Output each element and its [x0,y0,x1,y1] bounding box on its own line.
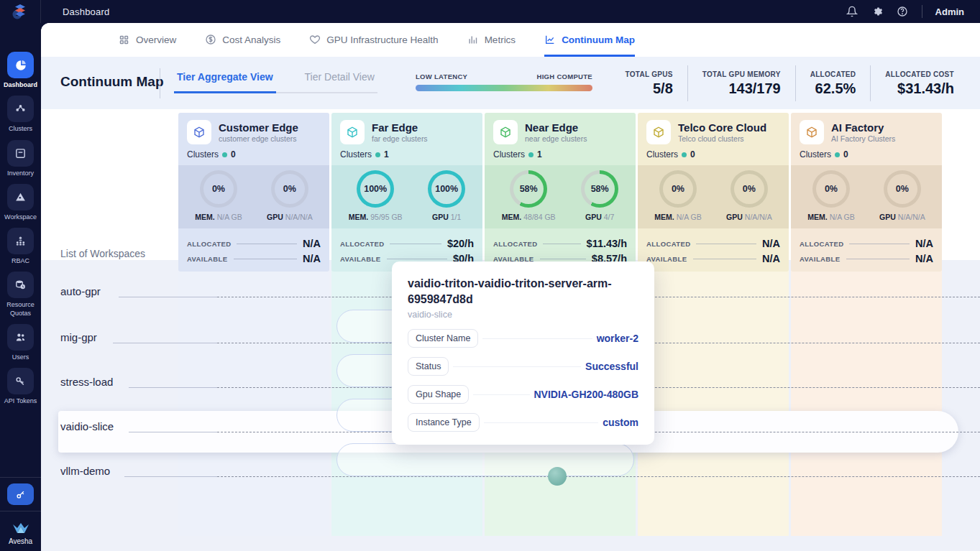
continuum-map-chart-icon [544,34,556,45]
cluster-status-dot [528,152,533,157]
metrics-bars-icon [467,34,479,45]
top-navbar: Dashboard Admin [0,0,980,23]
allocated-row: ALLOCATEDN/A [187,238,321,249]
navbar-divider [922,5,922,18]
resource-quotas-icon [7,272,34,298]
dashboard-tabs: Overview Cost Analysis GPU Infrastructur… [41,23,980,57]
tab-tier-detail-view[interactable]: Tier Detail View [302,71,377,93]
tier-card-near-edge[interactable]: Near Edgenear edge clusters Clusters1 58… [485,113,636,272]
allocated-row: ALLOCATEDN/A [800,238,933,249]
stat-total-gpus: TOTAL GPUS 5/8 [610,65,687,101]
mem-usage-gauge: 0% [200,170,237,208]
link-key-icon [15,489,26,500]
mem-usage-gauge: 100% [357,170,394,208]
tier-card-customer-edge[interactable]: Customer Edgecustomer edge clusters Clus… [178,113,329,272]
tab-cost-analysis[interactable]: Cost Analysis [205,23,280,57]
sidebar-item-api-tokens[interactable]: API Tokens [0,368,41,405]
inventory-box-icon [7,140,34,167]
header-divider [160,68,160,98]
notifications-bell-icon[interactable] [846,6,858,18]
tier-column-telco-core-cloud [638,260,789,536]
user-menu[interactable]: Admin [935,6,964,17]
clusters-count: Clusters1 [340,149,474,159]
clusters-count: Clusters0 [187,149,321,159]
mem-usage-gauge: 0% [812,170,850,208]
cluster-status-dot [682,152,687,157]
tab-overview[interactable]: Overview [119,23,176,57]
key-icon [7,368,34,394]
tab-continuum-map[interactable]: Continuum Map [544,23,635,57]
overview-grid-icon [119,34,130,45]
gpu-usage-gauge: 0% [271,170,308,208]
cube-icon [340,120,365,144]
clusters-count: Clusters0 [646,149,780,159]
pod-dot[interactable] [548,467,567,486]
cube-icon [187,120,211,144]
pod-name: vaidio-triton-vaidio-triton-server-arm-6… [408,276,638,307]
summary-stats: TOTAL GPUS 5/8 TOTAL GPU MEMORY 143/179 … [610,65,968,101]
sidebar-item-rbac[interactable]: RBAC [0,228,41,265]
cube-icon [646,120,671,144]
app-root: Dashboard Admin Dashboard [0,0,980,551]
tab-metrics[interactable]: Metrics [467,23,516,57]
brand-name: Avesha [9,537,32,545]
cluster-status-dot [222,152,227,157]
clusters-icon [7,96,34,122]
avesha-logo[interactable] [0,0,41,23]
tooltip-row-status: StatusSuccessful [408,357,638,376]
available-row: AVAILABLEN/A [646,253,780,264]
sidebar-item-clusters[interactable]: Clusters [0,96,41,133]
stat-allocated-cost: ALLOCATED COST $31.43/h [870,65,968,101]
pod-workspace: vaidio-slice [408,310,638,320]
latency-compute-legend: LOW LATENCY HIGH COMPUTE [416,73,592,91]
available-row: AVAILABLEN/A [187,253,321,264]
pie-chart-icon [7,52,34,78]
available-row: AVAILABLEN/A [800,253,933,264]
cluster-status-dot [835,152,840,157]
sidebar-item-workspace[interactable]: Workspace [0,184,41,221]
left-sidebar: Dashboard Clusters Inventory Workspace R… [0,23,41,551]
stat-allocated: ALLOCATED 62.5% [795,65,871,101]
gpu-usage-gauge: 100% [428,170,465,208]
tab-gpu-infrastructure-health[interactable]: GPU Infrastructure Health [309,23,438,57]
view-toggle: Tier Aggregate View Tier Detail View [174,71,377,93]
avesha-logo-icon [11,3,29,20]
tier-card-far-edge[interactable]: Far Edgefar edge clusters Clusters1 100%… [331,113,482,272]
allocated-row: ALLOCATEDN/A [646,238,780,249]
allocated-row: ALLOCATED$20/h [340,238,474,249]
main-content: Overview Cost Analysis GPU Infrastructur… [41,23,980,551]
tier-card-ai-factory[interactable]: AI FactoryAI Factory Clusters Clusters0 … [791,113,942,272]
sidebar-item-users[interactable]: Users [0,324,41,361]
latency-gradient-bar [416,85,592,91]
tooltip-row-instance-type: Instance Typecustom [408,413,638,432]
cube-icon [493,120,518,144]
legend-high-compute-label: HIGH COMPUTE [537,73,593,80]
sidebar-item-dashboard[interactable]: Dashboard [0,52,41,89]
tooltip-row-gpu-shape: Gpu ShapeNVIDIA-GH200-480GB [408,385,638,404]
gpu-usage-gauge: 58% [581,170,618,208]
tier-column-customer-edge [178,260,329,536]
continuum-map-header: Continuum Map Tier Aggregate View Tier D… [41,57,980,109]
page-title: Dashboard [63,6,109,17]
sidebar-item-resource-quotas[interactable]: Resource Quotas [0,272,41,318]
gpu-usage-gauge: 0% [731,170,768,208]
sidebar-divider-2 [0,511,41,511]
tooltip-row-cluster-name: Cluster Nameworker-2 [408,329,638,348]
workspace-icon [7,184,34,210]
help-icon[interactable] [897,6,909,18]
list-of-workspaces-label: List of Workspaces [60,248,145,259]
tier-cards: Customer Edgecustomer edge clusters Clus… [178,113,942,272]
cube-icon [800,120,824,144]
clusters-count: Clusters0 [800,149,933,159]
tab-tier-aggregate-view[interactable]: Tier Aggregate View [174,71,276,93]
tier-card-telco-core-cloud[interactable]: Telco Core CloudTelco cloud clusters Clu… [638,113,789,272]
quick-connect-button[interactable] [7,483,34,505]
users-icon [7,324,34,351]
allocated-row: ALLOCATED$11.43/h [493,238,627,249]
dollar-circle-icon [205,34,216,45]
sidebar-divider [0,477,41,478]
sidebar-item-inventory[interactable]: Inventory [0,140,41,177]
avesha-crown-icon [11,522,31,536]
settings-gear-icon[interactable] [871,6,884,18]
workspace-span-pill [336,443,634,476]
